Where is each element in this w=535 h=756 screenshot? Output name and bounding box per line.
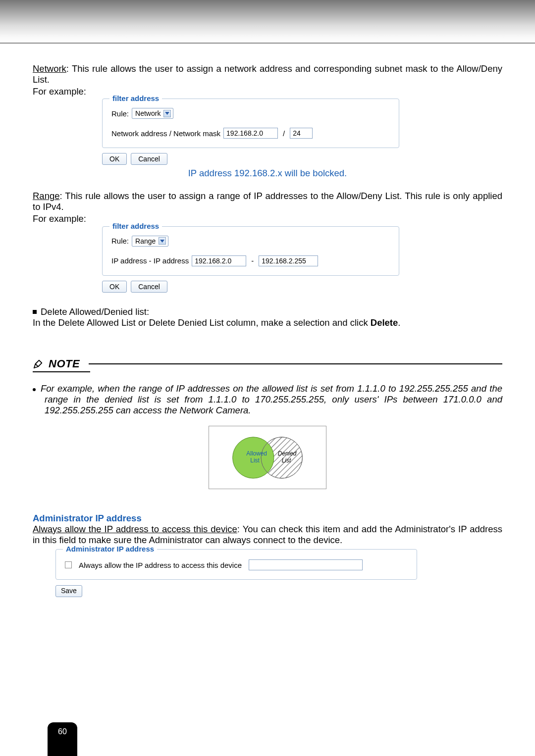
delete-heading: Delete Allowed/Denied list: — [41, 306, 149, 317]
dash-separator: - — [251, 256, 254, 265]
delete-heading-line: Delete Allowed/Denied list: — [33, 306, 502, 317]
delete-body: In the Delete Allowed List or Delete Den… — [33, 317, 502, 328]
note-block: NOTE For example, when the range of IP a… — [33, 357, 502, 415]
bullet-dot-icon — [33, 388, 36, 391]
ok-button-2[interactable]: OK — [102, 281, 127, 293]
fieldset-legend: filter address — [109, 94, 162, 103]
rule-select-value-2: Range — [135, 237, 156, 246]
venn-diagram-wrap: Allowed List Denied List — [33, 426, 502, 489]
save-button[interactable]: Save — [55, 585, 82, 597]
square-bullet-icon — [33, 310, 37, 314]
network-address-input[interactable]: 192.168.2.0 — [223, 128, 278, 139]
blocked-caption: IP address 192.168.2.x will be bolcked. — [33, 168, 502, 179]
fieldset-legend-2: filter address — [109, 222, 162, 231]
filter-address-range-fieldset: filter address Rule: Range IP address - … — [102, 226, 399, 276]
admin-ip-input[interactable] — [249, 559, 363, 570]
ip-address-label: IP address - IP address — [111, 256, 189, 265]
venn-denied-label: Denied — [278, 450, 297, 457]
admin-para-label: Always allow the IP address to access th… — [33, 524, 237, 534]
ip-from-input[interactable]: 192.168.2.0 — [192, 255, 246, 266]
venn-diagram: Allowed List Denied List — [209, 426, 326, 489]
rule-select-network[interactable]: Network — [132, 108, 173, 119]
range-paragraph: Range: This rule allows the user to assi… — [33, 191, 502, 212]
rule-select-range[interactable]: Range — [132, 236, 168, 247]
ip-to-input[interactable]: 192.168.2.255 — [259, 255, 318, 266]
range-desc: : This rule allows the user to assign a … — [33, 191, 502, 212]
cancel-button-2[interactable]: Cancel — [131, 281, 167, 293]
rule-label-2: Rule: — [111, 237, 129, 246]
chevron-down-icon — [163, 110, 171, 117]
network-mask-input[interactable]: 24 — [290, 128, 313, 139]
network-address-label: Network address / Network mask — [111, 129, 220, 138]
ok-button[interactable]: OK — [102, 153, 127, 165]
header-gradient — [0, 0, 535, 44]
always-allow-checkbox[interactable] — [65, 561, 72, 568]
note-text: For example, when the range of IP addres… — [33, 383, 502, 415]
range-label: Range — [33, 191, 60, 201]
rule-label: Rule: — [111, 109, 129, 118]
admin-legend: Administrator IP address — [63, 545, 157, 554]
venn-allowed-label: Allowed — [246, 450, 267, 457]
slash-separator: / — [283, 129, 285, 138]
pencil-icon — [33, 358, 44, 369]
svg-text:List: List — [282, 457, 291, 464]
admin-ip-fieldset: Administrator IP address Always allow th… — [55, 549, 417, 580]
for-example-2: For example: — [33, 213, 502, 224]
page-number-tab: 60 — [48, 722, 77, 756]
admin-ip-heading: Administrator IP address — [33, 513, 502, 524]
always-allow-label: Always allow the IP address to access th… — [79, 561, 242, 570]
cancel-button[interactable]: Cancel — [131, 153, 167, 165]
for-example-1: For example: — [33, 86, 502, 97]
filter-address-network-fieldset: filter address Rule: Network Network add… — [102, 99, 399, 148]
page-content: Network: This rule allows the user to as… — [0, 44, 535, 597]
network-desc: : This rule allows the user to assign a … — [33, 63, 502, 85]
svg-text:List: List — [250, 457, 260, 464]
network-label: Network — [33, 63, 66, 74]
page-number: 60 — [58, 727, 67, 736]
network-paragraph: Network: This rule allows the user to as… — [33, 63, 502, 85]
rule-select-value: Network — [135, 109, 160, 118]
note-title: NOTE — [49, 357, 80, 370]
admin-paragraph: Always allow the IP address to access th… — [33, 524, 502, 546]
note-horizontal-rule — [89, 363, 502, 364]
note-underline — [33, 371, 90, 372]
chevron-down-icon — [159, 237, 166, 245]
